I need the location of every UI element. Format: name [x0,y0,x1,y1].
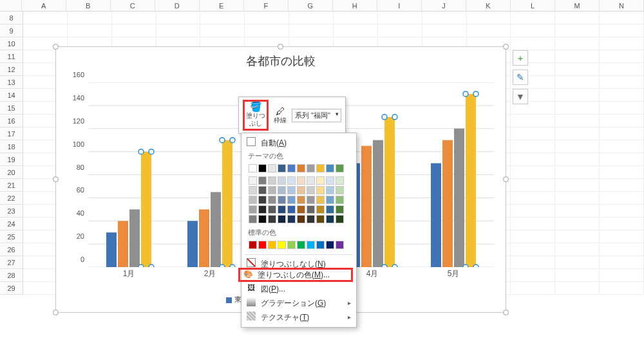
bar-東京-5月[interactable] [431,163,441,267]
chart-filters-button[interactable]: ▼ [513,89,528,104]
bar-大阪-5月[interactable] [442,140,453,267]
bar-名古屋-1月[interactable] [129,209,140,267]
row-header-9[interactable]: 9 [0,24,23,37]
resize-handle[interactable] [53,44,59,50]
bar-東京-2月[interactable] [187,221,198,267]
row-header-12[interactable]: 12 [0,63,23,76]
color-swatch[interactable] [249,196,257,204]
color-swatch[interactable] [278,205,286,214]
color-swatch[interactable] [297,215,305,223]
color-swatch[interactable] [249,186,257,194]
col-header-I[interactable]: I [377,0,422,11]
col-header-L[interactable]: L [511,0,555,11]
color-swatch[interactable] [336,196,344,204]
resize-handle[interactable] [503,44,509,50]
color-swatch[interactable] [258,196,267,204]
color-swatch[interactable] [278,215,286,223]
color-swatch[interactable] [316,205,325,214]
bar-名古屋-4月[interactable] [373,140,383,267]
row-header-24[interactable]: 24 [0,218,23,230]
col-header-M[interactable]: M [555,0,600,11]
color-swatch[interactable] [258,205,267,214]
color-swatch[interactable] [278,196,286,204]
color-swatch[interactable] [326,196,334,204]
bar-福岡-4月[interactable] [384,117,395,267]
standard-color-swatches[interactable] [242,239,356,252]
bar-大阪-1月[interactable] [118,221,128,267]
x-tick[interactable]: 5月 [413,268,494,280]
resize-handle[interactable] [503,176,509,182]
row-header-21[interactable]: 21 [0,179,23,192]
col-header-H[interactable]: H [333,0,377,11]
row-header-27[interactable]: 27 [0,256,23,269]
color-swatch[interactable] [336,176,344,185]
color-swatch[interactable] [258,176,267,185]
color-swatch[interactable] [307,196,315,204]
color-swatch[interactable] [268,176,276,185]
theme-color-swatches[interactable] [242,162,356,227]
color-swatch[interactable] [287,196,296,204]
color-swatch[interactable] [278,164,286,172]
chart-title[interactable]: 各都市の比較 [56,47,506,71]
color-swatch[interactable] [249,215,257,223]
chart-styles-button[interactable]: ✎ [513,70,528,85]
color-swatch[interactable] [307,186,315,194]
row-header-22[interactable]: 22 [0,192,23,205]
color-swatch[interactable] [287,164,296,172]
color-swatch[interactable] [297,205,305,214]
color-swatch[interactable] [278,176,286,185]
col-header-K[interactable]: K [466,0,511,11]
color-swatch[interactable] [249,241,257,249]
row-header-16[interactable]: 16 [0,115,23,127]
gradient-fill-item[interactable]: グラデーション(G) [242,296,356,310]
col-header-E[interactable]: E [200,0,244,11]
row-header-10[interactable]: 10 [0,37,23,50]
col-header-A[interactable]: A [22,0,66,11]
fill-button[interactable]: 🪣 塗りつ ぶし [243,100,269,131]
row-header-28[interactable]: 28 [0,269,23,282]
bar-福岡-5月[interactable] [466,94,476,267]
color-swatch[interactable] [316,164,325,172]
more-fill-colors-item[interactable]: 🎨 塗りつぶしの色(M)... [238,268,353,282]
row-header-18[interactable]: 18 [0,140,23,153]
color-swatch[interactable] [249,176,257,185]
color-swatch[interactable] [316,176,325,185]
color-swatch[interactable] [336,164,344,172]
color-swatch[interactable] [268,186,276,194]
col-header-N[interactable]: N [600,0,644,11]
row-header-25[interactable]: 25 [0,230,23,243]
color-swatch[interactable] [326,186,334,194]
color-swatch[interactable] [326,241,334,249]
color-swatch[interactable] [287,186,296,194]
color-swatch[interactable] [316,215,325,223]
resize-handle[interactable] [278,44,283,50]
color-swatch[interactable] [287,241,296,249]
color-swatch[interactable] [268,196,276,204]
color-swatch[interactable] [297,241,305,249]
color-swatch[interactable] [278,241,286,249]
x-tick[interactable]: 1月 [88,268,169,280]
row-header-14[interactable]: 14 [0,89,23,102]
row-header-19[interactable]: 19 [0,153,23,166]
row-header-13[interactable]: 13 [0,76,23,89]
color-swatch[interactable] [336,186,344,194]
picture-fill-item[interactable]: 🖼 図(P)... [242,282,356,296]
color-swatch[interactable] [258,186,267,194]
column-headers[interactable]: ABCDEFGHIJKLMN [0,0,644,12]
auto-fill-item[interactable]: 自動(A) [242,136,356,150]
texture-fill-item[interactable]: テクスチャ(T) [242,310,356,324]
row-header-29[interactable]: 29 [0,282,23,295]
color-swatch[interactable] [258,241,267,249]
color-swatch[interactable] [326,215,334,223]
color-swatch[interactable] [316,241,325,249]
resize-handle[interactable] [503,310,509,315]
bar-福岡-2月[interactable] [222,140,232,267]
color-swatch[interactable] [307,164,315,172]
color-swatch[interactable] [307,215,315,223]
bar-名古屋-2月[interactable] [211,192,221,267]
row-header-26[interactable]: 26 [0,243,23,256]
color-swatch[interactable] [316,186,325,194]
color-swatch[interactable] [307,176,315,185]
col-header-F[interactable]: F [244,0,289,11]
bar-大阪-4月[interactable] [361,146,372,267]
